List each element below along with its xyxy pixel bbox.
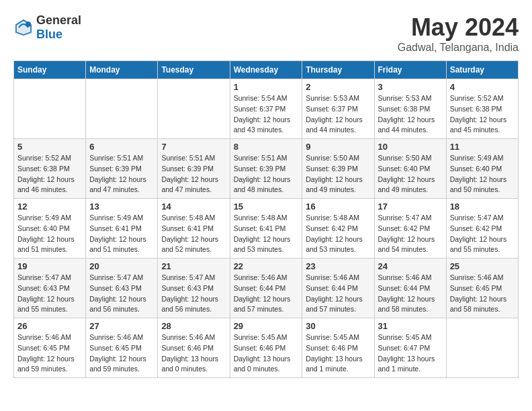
calendar-cell: 8Sunrise: 5:51 AMSunset: 6:39 PMDaylight… xyxy=(230,139,302,199)
title-block: May 2024 Gadwal, Telangana, India xyxy=(398,13,519,54)
calendar-cell: 7Sunrise: 5:51 AMSunset: 6:39 PMDaylight… xyxy=(158,139,230,199)
day-number: 26 xyxy=(17,321,82,331)
day-number: 9 xyxy=(306,142,370,152)
calendar-week-row: 19Sunrise: 5:47 AMSunset: 6:43 PMDayligh… xyxy=(14,259,519,318)
calendar-cell: 25Sunrise: 5:46 AMSunset: 6:45 PMDayligh… xyxy=(446,259,518,318)
day-info: Sunrise: 5:45 AMSunset: 6:46 PMDaylight:… xyxy=(234,332,299,375)
day-info: Sunrise: 5:52 AMSunset: 6:38 PMDaylight:… xyxy=(450,93,515,136)
calendar-cell: 24Sunrise: 5:46 AMSunset: 6:44 PMDayligh… xyxy=(374,259,446,318)
calendar-cell: 17Sunrise: 5:47 AMSunset: 6:42 PMDayligh… xyxy=(374,199,446,259)
day-info: Sunrise: 5:54 AMSunset: 6:37 PMDaylight:… xyxy=(234,93,299,136)
calendar-week-row: 12Sunrise: 5:49 AMSunset: 6:40 PMDayligh… xyxy=(14,199,519,259)
day-info: Sunrise: 5:46 AMSunset: 6:45 PMDaylight:… xyxy=(89,332,154,375)
calendar-cell xyxy=(158,79,230,139)
day-info: Sunrise: 5:52 AMSunset: 6:38 PMDaylight:… xyxy=(17,153,82,195)
day-number: 23 xyxy=(306,261,370,271)
calendar-cell xyxy=(446,318,518,378)
day-info: Sunrise: 5:50 AMSunset: 6:39 PMDaylight:… xyxy=(306,153,370,195)
day-info: Sunrise: 5:50 AMSunset: 6:40 PMDaylight:… xyxy=(378,153,443,195)
location-subtitle: Gadwal, Telangana, India xyxy=(398,42,519,54)
day-number: 13 xyxy=(89,201,154,212)
calendar-cell: 20Sunrise: 5:47 AMSunset: 6:43 PMDayligh… xyxy=(86,259,158,318)
calendar-cell: 21Sunrise: 5:47 AMSunset: 6:43 PMDayligh… xyxy=(158,259,230,318)
calendar-cell: 22Sunrise: 5:46 AMSunset: 6:44 PMDayligh… xyxy=(230,259,302,318)
calendar-cell: 10Sunrise: 5:50 AMSunset: 6:40 PMDayligh… xyxy=(374,139,446,199)
day-number: 3 xyxy=(378,82,443,92)
day-info: Sunrise: 5:51 AMSunset: 6:39 PMDaylight:… xyxy=(161,153,226,195)
day-number: 16 xyxy=(306,201,370,212)
day-number: 19 xyxy=(17,261,82,271)
page-header: General Blue May 2024 Gadwal, Telangana,… xyxy=(13,13,519,54)
calendar-cell: 6Sunrise: 5:51 AMSunset: 6:39 PMDaylight… xyxy=(86,139,158,199)
day-info: Sunrise: 5:48 AMSunset: 6:41 PMDaylight:… xyxy=(234,213,299,255)
weekday-header-row: SundayMondayTuesdayWednesdayThursdayFrid… xyxy=(14,61,519,79)
day-number: 29 xyxy=(234,321,299,331)
day-info: Sunrise: 5:49 AMSunset: 6:40 PMDaylight:… xyxy=(17,213,82,255)
day-number: 10 xyxy=(378,142,443,152)
logo-text: General Blue xyxy=(36,13,81,42)
day-number: 25 xyxy=(450,261,515,271)
calendar-cell: 5Sunrise: 5:52 AMSunset: 6:38 PMDaylight… xyxy=(14,139,86,199)
logo-icon xyxy=(13,17,34,38)
day-info: Sunrise: 5:47 AMSunset: 6:43 PMDaylight:… xyxy=(17,273,82,315)
day-number: 2 xyxy=(306,82,370,92)
day-info: Sunrise: 5:47 AMSunset: 6:42 PMDaylight:… xyxy=(378,213,443,255)
weekday-header-monday: Monday xyxy=(86,61,158,79)
day-number: 31 xyxy=(378,321,443,331)
calendar-cell: 27Sunrise: 5:46 AMSunset: 6:45 PMDayligh… xyxy=(86,318,158,378)
day-info: Sunrise: 5:46 AMSunset: 6:44 PMDaylight:… xyxy=(378,273,443,315)
weekday-header-wednesday: Wednesday xyxy=(230,61,302,79)
logo-general: General xyxy=(36,13,81,27)
logo: General Blue xyxy=(13,13,81,42)
day-info: Sunrise: 5:46 AMSunset: 6:45 PMDaylight:… xyxy=(450,273,515,315)
calendar-cell xyxy=(86,79,158,139)
calendar-cell: 19Sunrise: 5:47 AMSunset: 6:43 PMDayligh… xyxy=(14,259,86,318)
day-number: 8 xyxy=(234,142,299,152)
calendar-week-row: 1Sunrise: 5:54 AMSunset: 6:37 PMDaylight… xyxy=(14,79,519,139)
calendar-cell: 15Sunrise: 5:48 AMSunset: 6:41 PMDayligh… xyxy=(230,199,302,259)
calendar-cell: 11Sunrise: 5:49 AMSunset: 6:40 PMDayligh… xyxy=(446,139,518,199)
weekday-header-sunday: Sunday xyxy=(14,61,86,79)
calendar-cell: 23Sunrise: 5:46 AMSunset: 6:44 PMDayligh… xyxy=(302,259,374,318)
day-info: Sunrise: 5:46 AMSunset: 6:46 PMDaylight:… xyxy=(161,332,226,375)
calendar-cell: 14Sunrise: 5:48 AMSunset: 6:41 PMDayligh… xyxy=(158,199,230,259)
day-number: 20 xyxy=(89,261,154,271)
day-number: 4 xyxy=(450,82,515,92)
day-info: Sunrise: 5:45 AMSunset: 6:46 PMDaylight:… xyxy=(306,332,370,375)
day-number: 30 xyxy=(306,321,370,331)
day-number: 24 xyxy=(378,261,443,271)
day-number: 18 xyxy=(450,201,515,212)
day-info: Sunrise: 5:46 AMSunset: 6:44 PMDaylight:… xyxy=(306,273,370,315)
logo-blue: Blue xyxy=(36,28,62,41)
calendar-cell: 13Sunrise: 5:49 AMSunset: 6:41 PMDayligh… xyxy=(86,199,158,259)
day-info: Sunrise: 5:47 AMSunset: 6:42 PMDaylight:… xyxy=(450,213,515,255)
day-info: Sunrise: 5:51 AMSunset: 6:39 PMDaylight:… xyxy=(234,153,299,195)
svg-marker-0 xyxy=(15,19,32,36)
day-info: Sunrise: 5:46 AMSunset: 6:44 PMDaylight:… xyxy=(234,273,299,315)
day-number: 6 xyxy=(89,142,154,152)
calendar-cell: 9Sunrise: 5:50 AMSunset: 6:39 PMDaylight… xyxy=(302,139,374,199)
day-number: 17 xyxy=(378,201,443,212)
svg-point-2 xyxy=(26,21,31,27)
day-number: 21 xyxy=(161,261,226,271)
day-info: Sunrise: 5:46 AMSunset: 6:45 PMDaylight:… xyxy=(17,332,82,375)
day-number: 14 xyxy=(161,201,226,212)
day-info: Sunrise: 5:53 AMSunset: 6:38 PMDaylight:… xyxy=(378,93,443,136)
calendar-cell: 28Sunrise: 5:46 AMSunset: 6:46 PMDayligh… xyxy=(158,318,230,378)
calendar-cell: 18Sunrise: 5:47 AMSunset: 6:42 PMDayligh… xyxy=(446,199,518,259)
weekday-header-friday: Friday xyxy=(374,61,446,79)
day-info: Sunrise: 5:45 AMSunset: 6:47 PMDaylight:… xyxy=(378,332,443,375)
day-info: Sunrise: 5:48 AMSunset: 6:41 PMDaylight:… xyxy=(161,213,226,255)
day-number: 12 xyxy=(17,201,82,212)
day-number: 1 xyxy=(234,82,299,92)
calendar-cell: 29Sunrise: 5:45 AMSunset: 6:46 PMDayligh… xyxy=(230,318,302,378)
day-info: Sunrise: 5:49 AMSunset: 6:40 PMDaylight:… xyxy=(450,153,515,195)
day-info: Sunrise: 5:47 AMSunset: 6:43 PMDaylight:… xyxy=(89,273,154,315)
calendar-cell xyxy=(14,79,86,139)
day-info: Sunrise: 5:47 AMSunset: 6:43 PMDaylight:… xyxy=(161,273,226,315)
day-number: 22 xyxy=(234,261,299,271)
calendar-cell: 31Sunrise: 5:45 AMSunset: 6:47 PMDayligh… xyxy=(374,318,446,378)
weekday-header-tuesday: Tuesday xyxy=(158,61,230,79)
weekday-header-saturday: Saturday xyxy=(446,61,518,79)
calendar-cell: 26Sunrise: 5:46 AMSunset: 6:45 PMDayligh… xyxy=(14,318,86,378)
